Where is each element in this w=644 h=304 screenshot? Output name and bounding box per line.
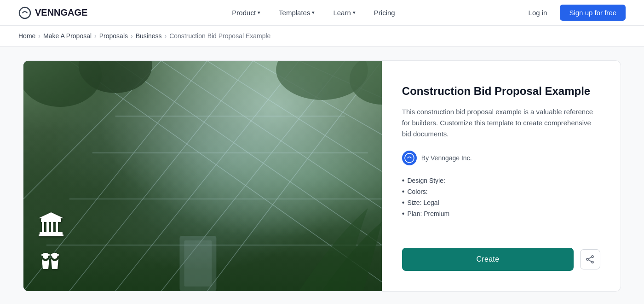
svg-line-2	[69, 61, 253, 291]
meta-size: Size: Legal	[402, 199, 600, 207]
breadcrumb-sep-2: ›	[94, 32, 97, 40]
meta-colors: Colors:	[402, 187, 600, 196]
author-row: By Venngage Inc.	[402, 151, 600, 165]
svg-rect-22	[184, 240, 212, 286]
template-description: This construction bid proposal example i…	[402, 106, 600, 140]
author-name: By Venngage Inc.	[421, 154, 472, 162]
share-icon	[586, 255, 594, 263]
logo-icon	[18, 6, 31, 19]
breadcrumb-proposals[interactable]: Proposals	[99, 32, 128, 40]
meta-list: Design Style: Colors: Size: Legal Plan: …	[402, 176, 600, 218]
chevron-down-icon: ▾	[353, 10, 356, 16]
svg-rect-31	[39, 234, 63, 236]
meta-design-style: Design Style:	[402, 176, 600, 185]
svg-line-40	[588, 257, 592, 259]
svg-rect-28	[46, 222, 49, 232]
main-content: Construction Bid Proposal Example This c…	[0, 47, 644, 304]
share-button[interactable]	[580, 249, 600, 269]
login-button[interactable]: Log in	[521, 5, 555, 20]
svg-rect-25	[41, 218, 61, 221]
nav-product[interactable]: Product ▾	[224, 5, 269, 20]
svg-rect-29	[51, 222, 53, 232]
create-button[interactable]: Create	[402, 248, 574, 271]
glass-ceiling-svg	[23, 61, 382, 291]
logo-text: VENNGAGE	[35, 7, 87, 18]
template-image-panel	[23, 61, 382, 291]
chevron-down-icon: ▾	[312, 10, 315, 16]
nav-learn[interactable]: Learn ▾	[325, 5, 363, 20]
breadcrumb-sep-4: ›	[165, 32, 167, 40]
chevron-down-icon: ▾	[258, 10, 260, 16]
svg-marker-26	[38, 212, 64, 218]
template-card: Construction Bid Proposal Example This c…	[23, 60, 621, 292]
svg-point-36	[405, 153, 414, 163]
breadcrumb-current: Construction Bid Proposal Example	[169, 32, 270, 40]
nav-pricing[interactable]: Pricing	[366, 5, 403, 20]
breadcrumb-sep-1: ›	[38, 32, 40, 40]
navbar: VENNGAGE Product ▾ Templates ▾ Learn ▾ P…	[0, 0, 644, 26]
meta-plan: Plan: Premium	[402, 210, 600, 218]
logo[interactable]: VENNGAGE	[18, 6, 87, 19]
author-avatar	[402, 151, 417, 165]
template-info-panel: Construction Bid Proposal Example This c…	[382, 61, 621, 291]
svg-rect-35	[51, 254, 59, 256]
svg-point-0	[19, 7, 30, 18]
svg-rect-27	[42, 222, 44, 232]
breadcrumb-sep-3: ›	[131, 32, 133, 40]
breadcrumb-business[interactable]: Business	[136, 32, 162, 40]
svg-rect-30	[56, 222, 58, 232]
action-row: Create	[402, 248, 600, 271]
nav-menu: Product ▾ Templates ▾ Learn ▾ Pricing	[106, 5, 521, 20]
nav-templates[interactable]: Templates ▾	[270, 5, 323, 20]
svg-rect-23	[40, 232, 63, 234]
svg-line-41	[588, 260, 592, 262]
breadcrumb: Home › Make A Proposal › Proposals › Bus…	[0, 26, 644, 47]
breadcrumb-make-proposal[interactable]: Make A Proposal	[43, 32, 92, 40]
svg-point-20	[350, 61, 382, 105]
template-image-icons	[37, 211, 65, 277]
breadcrumb-home[interactable]: Home	[18, 32, 35, 40]
svg-rect-33	[41, 254, 50, 256]
building-icon	[37, 211, 65, 240]
signup-button[interactable]: Sign up for free	[560, 5, 626, 21]
template-title: Construction Bid Proposal Example	[402, 84, 600, 98]
nav-actions: Log in Sign up for free	[521, 5, 626, 21]
worker-icon	[37, 246, 65, 277]
